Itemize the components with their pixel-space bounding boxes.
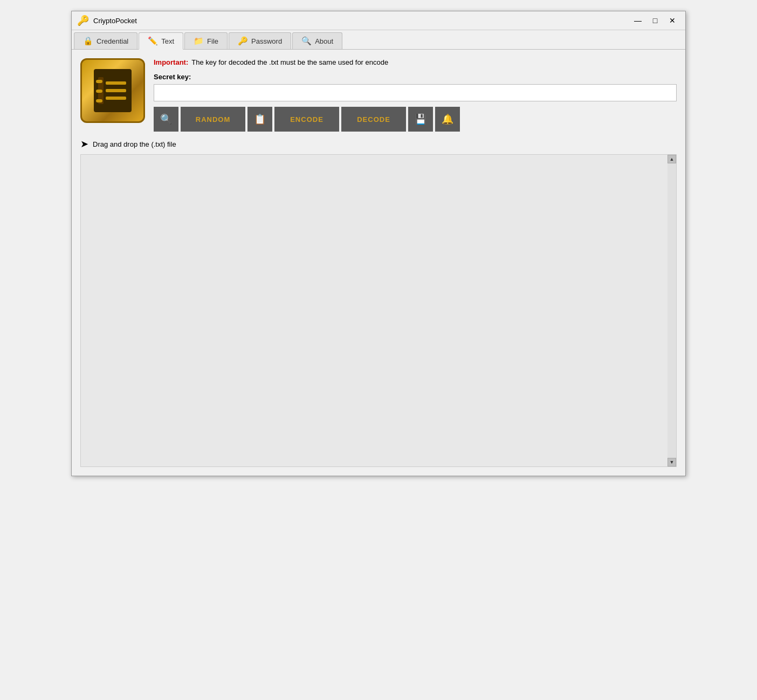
password-tab-icon: 🔑	[238, 36, 248, 46]
password-tab-label: Password	[251, 37, 282, 45]
logo-line-1	[106, 81, 126, 85]
important-row: Important: The key for decoded the .txt …	[154, 58, 677, 66]
logo-ring-3	[96, 99, 102, 102]
save-button[interactable]: 💾	[408, 107, 433, 132]
scroll-down-button[interactable]: ▼	[667, 458, 676, 466]
file-tab-icon: 📁	[194, 36, 204, 46]
logo-ring-2	[96, 90, 102, 93]
right-section: Important: The key for decoded the .txt …	[154, 58, 677, 132]
top-section: Important: The key for decoded the .txt …	[80, 58, 677, 132]
clear-icon: 🔔	[442, 113, 454, 125]
app-icon: 🔑	[77, 15, 89, 26]
logo-notebook	[94, 69, 132, 112]
drop-zone-label: Drag and drop the (.txt) file	[93, 140, 176, 148]
text-tab-label: Text	[161, 37, 174, 45]
title-bar-left: 🔑 CriyptoPocket	[77, 15, 137, 26]
logo-line-2	[106, 89, 126, 92]
credential-tab-icon: 🔒	[83, 36, 93, 46]
save-icon: 💾	[415, 113, 427, 125]
secret-key-label: Secret key:	[154, 73, 677, 81]
random-button[interactable]: RANDOM	[181, 107, 245, 132]
tab-about[interactable]: 🔍 About	[292, 32, 342, 49]
encode-button[interactable]: ENCODE	[274, 107, 339, 132]
close-button[interactable]: ✕	[665, 15, 680, 26]
search-button[interactable]: 🔍	[154, 107, 178, 132]
credential-tab-label: Credential	[97, 37, 128, 45]
drop-zone[interactable]: ▲ ▼	[80, 154, 677, 467]
logo-ring-1	[96, 80, 102, 83]
clear-button[interactable]: 🔔	[435, 107, 460, 132]
important-text: The key for decoded the .txt must be the…	[191, 58, 388, 66]
scrollbar[interactable]: ▲ ▼	[667, 155, 676, 466]
important-label: Important:	[154, 58, 188, 66]
clipboard-icon: 📋	[254, 113, 266, 125]
search-icon: 🔍	[160, 113, 173, 125]
about-tab-label: About	[315, 37, 333, 45]
logo-line-3	[106, 97, 126, 100]
toolbar: 🔍 RANDOM 📋 ENCODE DECODE 💾 🔔	[154, 107, 677, 132]
scroll-up-button[interactable]: ▲	[667, 155, 676, 163]
content-area: Important: The key for decoded the .txt …	[72, 50, 685, 476]
drop-arrow-icon: ➤	[80, 138, 88, 150]
clipboard-button[interactable]: 📋	[247, 107, 272, 132]
tab-credential[interactable]: 🔒 Credential	[74, 32, 137, 49]
drop-zone-header: ➤ Drag and drop the (.txt) file	[80, 138, 677, 150]
decode-button[interactable]: DECODE	[341, 107, 406, 132]
tab-password[interactable]: 🔑 Password	[229, 32, 291, 49]
app-title: CriyptoPocket	[93, 17, 137, 25]
file-tab-label: File	[207, 37, 218, 45]
title-bar: 🔑 CriyptoPocket — □ ✕	[72, 11, 685, 30]
main-window: 🔑 CriyptoPocket — □ ✕ 🔒 Credential ✏️ Te…	[71, 11, 686, 476]
text-tab-icon: ✏️	[148, 36, 158, 46]
tab-bar: 🔒 Credential ✏️ Text 📁 File 🔑 Password 🔍…	[72, 30, 685, 50]
maximize-button[interactable]: □	[648, 15, 663, 26]
secret-key-input[interactable]	[154, 84, 677, 101]
about-tab-icon: 🔍	[301, 36, 312, 46]
title-bar-controls: — □ ✕	[630, 15, 680, 26]
app-logo	[80, 58, 145, 123]
tab-text[interactable]: ✏️ Text	[139, 32, 183, 50]
tab-file[interactable]: 📁 File	[184, 32, 228, 49]
minimize-button[interactable]: —	[630, 15, 645, 26]
